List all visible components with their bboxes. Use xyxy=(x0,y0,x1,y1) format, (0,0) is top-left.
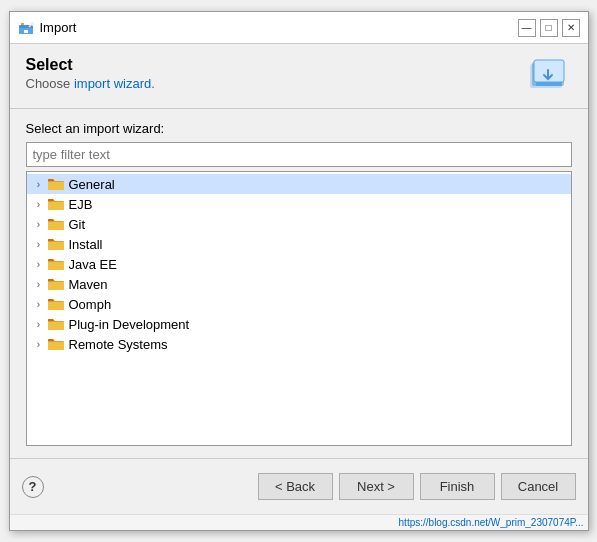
tree-item[interactable]: › Maven xyxy=(27,274,571,294)
window-icon xyxy=(18,20,34,36)
tree-item-chevron[interactable]: › xyxy=(31,196,47,212)
tree-list[interactable]: › General› EJB› Git› Install› Java EE› M… xyxy=(27,172,571,445)
tree-item-label: Remote Systems xyxy=(69,337,168,352)
tree-item[interactable]: › Git xyxy=(27,214,571,234)
dialog-footer: ? < Back Next > Finish Cancel xyxy=(10,458,588,514)
svg-rect-6 xyxy=(536,82,562,86)
tree-item-label: Install xyxy=(69,237,103,252)
subtitle-prefix: Choose xyxy=(26,76,74,91)
header-text: Select Choose import wizard. xyxy=(26,56,155,91)
help-button[interactable]: ? xyxy=(22,476,44,498)
tree-item[interactable]: › General xyxy=(27,174,571,194)
tree-item[interactable]: › Remote Systems xyxy=(27,334,571,354)
tree-item[interactable]: › Oomph xyxy=(27,294,571,314)
title-bar-controls: — □ ✕ xyxy=(518,19,580,37)
folder-icon xyxy=(47,256,65,272)
tree-item-chevron[interactable]: › xyxy=(31,336,47,352)
folder-icon xyxy=(47,316,65,332)
back-button[interactable]: < Back xyxy=(258,473,333,500)
url-bar: https://blog.csdn.net/W_prim_2307074P... xyxy=(10,514,588,530)
subtitle-suffix: . xyxy=(151,76,155,91)
tree-item-chevron[interactable]: › xyxy=(31,216,47,232)
tree-item-chevron[interactable]: › xyxy=(31,256,47,272)
tree-item[interactable]: › Java EE xyxy=(27,254,571,274)
tree-item-label: Plug-in Development xyxy=(69,317,190,332)
header-section: Select Choose import wizard. xyxy=(26,56,572,96)
close-button[interactable]: ✕ xyxy=(562,19,580,37)
maximize-button[interactable]: □ xyxy=(540,19,558,37)
tree-item-label: Maven xyxy=(69,277,108,292)
tree-container: › General› EJB› Git› Install› Java EE› M… xyxy=(26,171,572,446)
header-separator xyxy=(10,108,588,109)
folder-icon xyxy=(47,236,65,252)
folder-icon xyxy=(47,176,65,192)
tree-item[interactable]: › Plug-in Development xyxy=(27,314,571,334)
tree-item[interactable]: › Install xyxy=(27,234,571,254)
header-icon xyxy=(524,56,572,96)
tree-item-chevron[interactable]: › xyxy=(31,176,47,192)
folder-icon xyxy=(47,216,65,232)
tree-item-label: Git xyxy=(69,217,86,232)
subtitle-link: import wizard xyxy=(74,76,151,91)
folder-icon xyxy=(47,276,65,292)
page-title: Select xyxy=(26,56,155,74)
tree-item-label: EJB xyxy=(69,197,93,212)
tree-item-chevron[interactable]: › xyxy=(31,236,47,252)
finish-button[interactable]: Finish xyxy=(420,473,495,500)
page-subtitle: Choose import wizard. xyxy=(26,76,155,91)
cancel-button[interactable]: Cancel xyxy=(501,473,576,500)
filter-input[interactable] xyxy=(26,142,572,167)
footer-buttons: < Back Next > Finish Cancel xyxy=(258,473,576,500)
title-bar-left: Import xyxy=(18,20,77,36)
wizard-label: Select an import wizard: xyxy=(26,121,572,136)
tree-item-chevron[interactable]: › xyxy=(31,296,47,312)
tree-item-label: Oomph xyxy=(69,297,112,312)
folder-icon xyxy=(47,296,65,312)
tree-item-chevron[interactable]: › xyxy=(31,316,47,332)
next-button[interactable]: Next > xyxy=(339,473,414,500)
import-dialog: Import — □ ✕ Select Choose import wizard… xyxy=(9,11,589,531)
folder-icon xyxy=(47,336,65,352)
window-title: Import xyxy=(40,20,77,35)
tree-item-label: Java EE xyxy=(69,257,117,272)
tree-item[interactable]: › EJB xyxy=(27,194,571,214)
tree-item-label: General xyxy=(69,177,115,192)
folder-icon xyxy=(47,196,65,212)
title-bar: Import — □ ✕ xyxy=(10,12,588,44)
wizard-section: Select an import wizard: › General› EJB›… xyxy=(26,121,572,446)
dialog-content: Select Choose import wizard. Select an i… xyxy=(10,44,588,458)
tree-item-chevron[interactable]: › xyxy=(31,276,47,292)
minimize-button[interactable]: — xyxy=(518,19,536,37)
svg-rect-2 xyxy=(24,30,28,33)
